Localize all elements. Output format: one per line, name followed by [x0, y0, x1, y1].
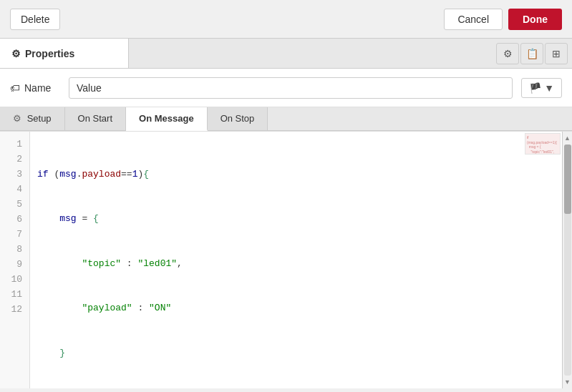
editor-scrollbar[interactable]: ▲ ▼: [562, 132, 572, 388]
done-button[interactable]: Done: [508, 9, 562, 30]
scrollbar-track[interactable]: [564, 144, 571, 376]
code-line-3: "topic" : "led01",: [37, 257, 555, 272]
properties-tab[interactable]: ⚙ Properties: [0, 39, 129, 68]
tab-setup[interactable]: ⚙ Setup: [0, 107, 65, 130]
tab-on-message-label: On Message: [139, 113, 194, 124]
tab-on-start[interactable]: On Start: [65, 107, 126, 130]
top-right-buttons: Cancel Done: [444, 9, 562, 30]
code-line-2: msg = {: [37, 212, 555, 227]
minimap: if (msg.payload==1){ msg = { "topic":"le…: [525, 133, 561, 155]
name-input[interactable]: [69, 77, 513, 99]
grid-icon-button[interactable]: ⊞: [545, 43, 568, 64]
tab-on-stop-label: On Stop: [220, 113, 255, 124]
dropdown-arrow: ▼: [544, 82, 554, 94]
name-label-text: Name: [24, 82, 51, 94]
code-editor[interactable]: if (msg.payload==1){ msg = { "topic" : "…: [30, 132, 562, 388]
top-bar: Delete Cancel Done: [0, 0, 572, 39]
cancel-button[interactable]: Cancel: [444, 9, 503, 30]
code-line-5: }: [37, 346, 555, 361]
scrollbar-down-arrow[interactable]: ▼: [563, 377, 572, 387]
settings-icon-button[interactable]: ⚙: [496, 43, 519, 64]
tab-setup-label: Setup: [27, 113, 52, 124]
name-label: 🏷 Name: [10, 82, 60, 94]
setup-gear-icon: ⚙: [13, 113, 21, 124]
code-line-1: if (msg.payload==1){: [37, 167, 555, 182]
properties-tab-label: Properties: [25, 48, 74, 59]
code-tabs: ⚙ Setup On Start On Message On Stop: [0, 107, 572, 131]
scrollbar-thumb[interactable]: [564, 144, 571, 214]
name-dropdown-button[interactable]: 🏴 ▼: [521, 78, 562, 98]
tag-icon: 🏷: [10, 82, 20, 94]
editor-container: if (msg.payload==1){ msg = { "topic":"le…: [0, 131, 572, 388]
tab-on-start-label: On Start: [78, 113, 112, 124]
line-numbers: 1 2 3 4 5 6 7 8 9 10 11 12: [0, 132, 30, 388]
tab-icon-group: ⚙ 📋 ⊞: [496, 39, 572, 68]
tab-on-message[interactable]: On Message: [126, 107, 208, 131]
tab-header-row: ⚙ Properties ⚙ 📋 ⊞: [0, 39, 572, 69]
doc-icon-button[interactable]: 📋: [520, 43, 543, 64]
gear-icon: ⚙: [11, 48, 21, 59]
scrollbar-up-arrow[interactable]: ▲: [563, 133, 572, 143]
flag-icon: 🏴: [529, 82, 541, 94]
code-line-4: "payload" : "ON": [37, 301, 555, 316]
name-row: 🏷 Name 🏴 ▼: [0, 69, 572, 107]
tab-on-stop[interactable]: On Stop: [208, 107, 268, 130]
delete-button[interactable]: Delete: [10, 9, 60, 30]
